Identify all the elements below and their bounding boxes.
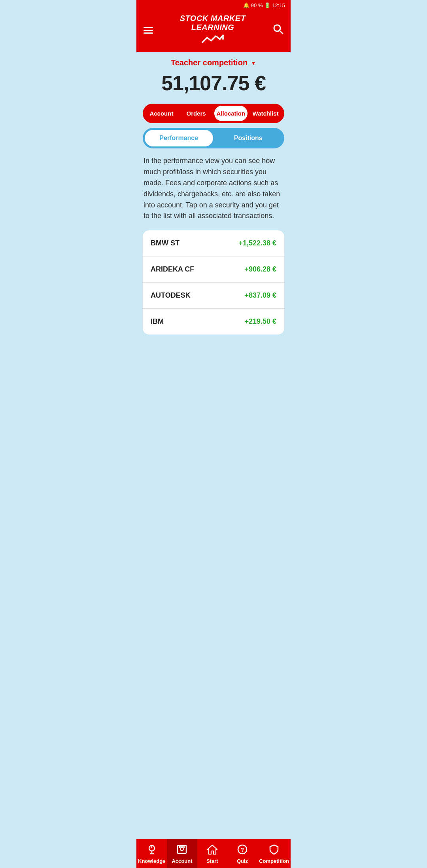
perf-name-autodesk: AUTODESK	[151, 291, 191, 300]
perf-name-ibm: IBM	[151, 317, 164, 326]
app-brand: STOCK MARKET LEARNING	[180, 14, 246, 46]
tab-allocation[interactable]: Allocation	[214, 106, 248, 121]
competition-label-text: Teacher competition	[171, 58, 248, 67]
app-header: STOCK MARKET LEARNING	[136, 11, 291, 52]
tab-orders[interactable]: Orders	[179, 106, 213, 121]
perf-value-autodesk: +837.09 €	[244, 291, 276, 300]
main-content: Teacher competition ▼ 51,107.75 € Accoun…	[136, 52, 291, 366]
dropdown-arrow-icon: ▼	[251, 60, 256, 66]
perf-item-arideka[interactable]: ARIDEKA CF +906.28 €	[143, 256, 284, 283]
battery-icon: 🔋	[264, 2, 270, 8]
chart-icon	[202, 34, 224, 46]
primary-tabs: Account Orders Allocation Watchlist	[143, 104, 284, 123]
perf-item-ibm[interactable]: IBM +219.50 €	[143, 309, 284, 334]
menu-line-3	[144, 32, 153, 34]
perf-name-bmw: BMW ST	[151, 239, 179, 247]
secondary-tabs: Performance Positions	[143, 128, 284, 148]
perf-name-arideka: ARIDEKA CF	[151, 265, 194, 274]
bell-icon: 🔔	[243, 2, 249, 8]
app-title: STOCK MARKET LEARNING	[180, 14, 246, 32]
perf-item-bmw[interactable]: BMW ST +1,522.38 €	[143, 230, 284, 256]
perf-value-arideka: +906.28 €	[244, 265, 276, 274]
tab-performance[interactable]: Performance	[145, 130, 213, 146]
perf-value-bmw: +1,522.38 €	[238, 239, 276, 247]
time-display: 12:15	[272, 2, 285, 8]
tab-account[interactable]: Account	[145, 106, 178, 121]
menu-line-1	[144, 27, 153, 28]
bottom-spacer	[143, 334, 284, 366]
description-text: In the performance view you can see how …	[143, 156, 284, 222]
search-button[interactable]	[272, 23, 283, 37]
status-icons: 🔔 90 % 🔋 12:15	[243, 2, 285, 8]
competition-selector[interactable]: Teacher competition ▼	[143, 58, 284, 67]
performance-list: BMW ST +1,522.38 € ARIDEKA CF +906.28 € …	[143, 230, 284, 334]
balance-display: 51,107.75 €	[143, 71, 284, 95]
status-bar: 🔔 90 % 🔋 12:15	[136, 0, 291, 11]
menu-line-2	[144, 30, 153, 31]
tab-positions[interactable]: Positions	[214, 130, 283, 146]
svg-line-1	[280, 30, 283, 34]
battery-text: 90 %	[251, 2, 263, 8]
perf-value-ibm: +219.50 €	[244, 317, 276, 326]
perf-item-autodesk[interactable]: AUTODESK +837.09 €	[143, 283, 284, 309]
tab-watchlist[interactable]: Watchlist	[249, 106, 282, 121]
menu-button[interactable]	[144, 27, 153, 34]
